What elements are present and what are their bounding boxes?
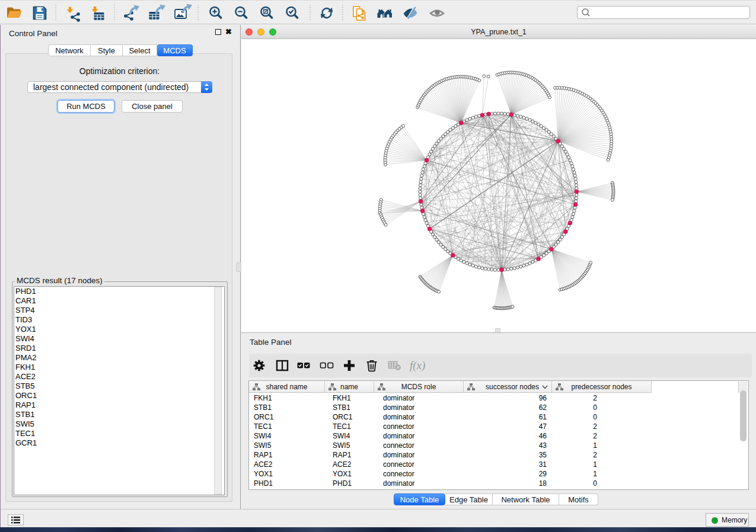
- svg-text:f(x): f(x): [410, 359, 425, 372]
